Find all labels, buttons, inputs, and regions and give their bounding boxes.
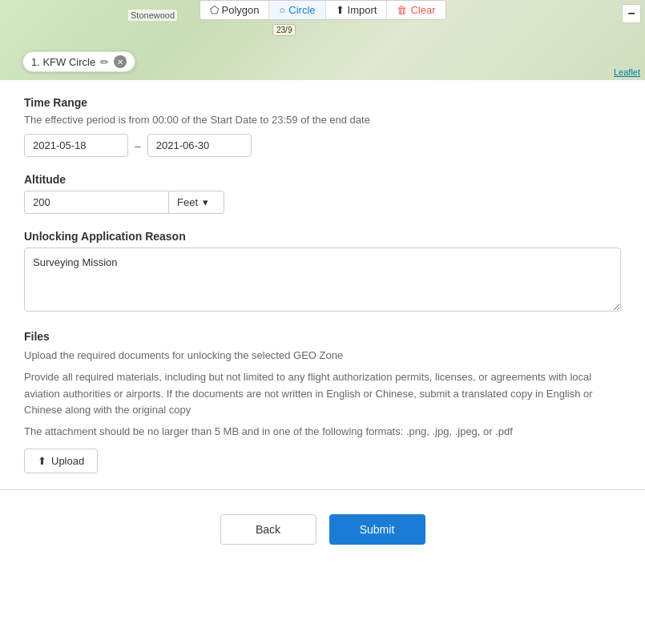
circle-label: Circle [288, 4, 315, 16]
edit-icon[interactable]: ✏ [100, 56, 109, 68]
map-background: ⬠ Polygon ○ Circle ⬆ Import 🗑 Clear Ston… [0, 0, 645, 80]
time-range-section: Time Range The effective period is from … [24, 96, 621, 157]
reason-textarea[interactable]: Surveying Mission [24, 248, 621, 312]
divider [0, 489, 645, 490]
end-date-input[interactable] [147, 134, 252, 157]
kfw-badge-text: 1. KFW Circle [31, 56, 95, 68]
back-button[interactable]: Back [220, 514, 316, 545]
altitude-unit-select[interactable]: Feet ▾ [168, 191, 224, 214]
files-desc-2: Provide all required materials, includin… [24, 369, 621, 419]
altitude-section: Altitude Feet ▾ [24, 173, 621, 214]
reason-label: Unlocking Application Reason [24, 230, 621, 243]
reason-section: Unlocking Application Reason Surveying M… [24, 230, 621, 314]
close-icon[interactable]: ✕ [114, 55, 127, 68]
date-row: – [24, 134, 621, 157]
kfw-circle-badge: 1. KFW Circle ✏ ✕ [22, 51, 135, 72]
main-content: Time Range The effective period is from … [0, 80, 645, 585]
submit-button[interactable]: Submit [329, 514, 425, 545]
time-range-label: Time Range [24, 96, 621, 109]
import-tool-button[interactable]: ⬆ Import [326, 1, 388, 19]
circle-icon: ○ [279, 4, 285, 16]
files-desc-1: Upload the required documents for unlock… [24, 348, 621, 364]
start-date-input[interactable] [24, 134, 128, 157]
altitude-label: Altitude [24, 173, 621, 186]
map-container: ⬠ Polygon ○ Circle ⬆ Import 🗑 Clear Ston… [0, 0, 645, 80]
import-label: Import [348, 4, 377, 16]
altitude-input[interactable] [24, 191, 168, 214]
time-range-hint: The effective period is from 00:00 of th… [24, 114, 621, 126]
upload-icon: ⬆ [38, 455, 46, 467]
upload-label: Upload [51, 455, 84, 467]
map-place-label: Stonewood [128, 10, 177, 21]
clear-label: Clear [410, 4, 435, 16]
date-separator: – [135, 139, 141, 152]
altitude-unit-label: Feet [177, 196, 198, 208]
polygon-tool-button[interactable]: ⬠ Polygon [200, 1, 270, 19]
clear-icon: 🗑 [397, 4, 407, 16]
bottom-actions: Back Submit [24, 506, 621, 569]
files-section: Files Upload the required documents for … [24, 330, 621, 473]
import-icon: ⬆ [336, 4, 345, 16]
chevron-down-icon: ▾ [203, 196, 208, 208]
leaflet-link[interactable]: Leaflet [614, 67, 640, 77]
map-toolbar: ⬠ Polygon ○ Circle ⬆ Import 🗑 Clear [200, 0, 446, 20]
polygon-icon: ⬠ [210, 4, 219, 16]
circle-tool-button[interactable]: ○ Circle [269, 1, 325, 19]
files-label: Files [24, 330, 621, 343]
road-number-badge: 23/9 [272, 24, 296, 36]
polygon-label: Polygon [222, 4, 260, 16]
altitude-row: Feet ▾ [24, 191, 621, 214]
upload-button[interactable]: ⬆ Upload [24, 449, 98, 473]
zoom-out-button[interactable]: − [622, 4, 641, 23]
files-desc-3: The attachment should be no larger than … [24, 424, 621, 441]
clear-tool-button[interactable]: 🗑 Clear [387, 1, 445, 19]
